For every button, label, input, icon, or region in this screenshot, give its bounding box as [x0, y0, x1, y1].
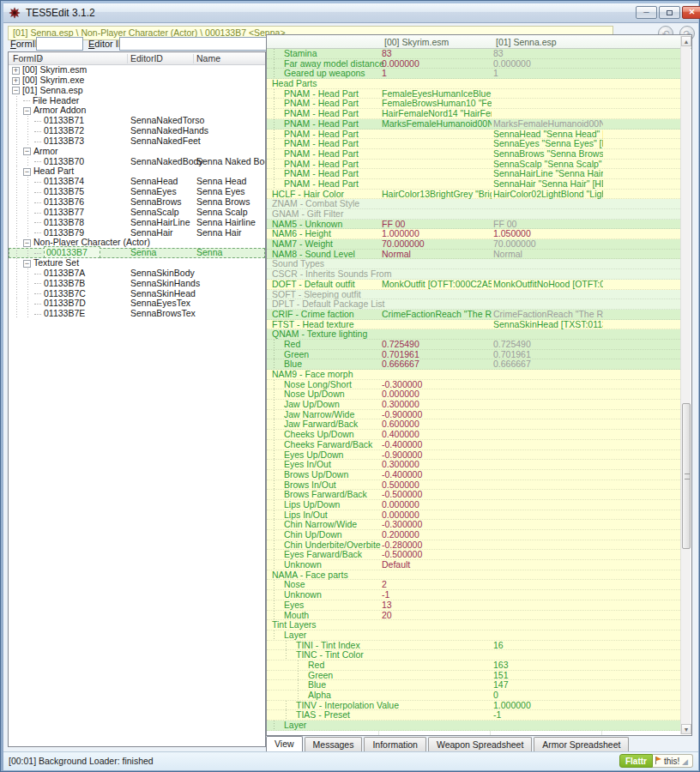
minimize-button[interactable]: ─ [636, 6, 657, 19]
tree-row[interactable]: 01133B7ESennaBrowsTex [9, 309, 265, 319]
view-value-skyrim[interactable]: -0.280000 [382, 540, 492, 551]
view-row[interactable]: PNAM - Head PartSennaHair "Senna Hair" [… [267, 179, 682, 190]
view-row[interactable]: Eyes13 [267, 600, 682, 611]
view-value-senna[interactable]: 0.000000 [493, 59, 603, 69]
view-value-senna[interactable]: SennaEyes "Senna Eyes" [HDPT:0... [493, 139, 603, 149]
view-value-senna[interactable]: SennaSkinHead [TXST:01133B7C] [493, 320, 603, 330]
view-value-skyrim[interactable]: 0.725490 [382, 340, 492, 350]
view-value-senna[interactable]: 147 [493, 680, 603, 691]
view-row[interactable]: Lips Up/Down0.000000 [267, 500, 682, 510]
view-value-senna[interactable]: 151 [493, 671, 603, 681]
view-value-senna[interactable]: CrimeFactionReach "The Reach" [... [493, 310, 603, 320]
view-row[interactable]: Red0.7254900.725490 [267, 340, 682, 350]
view-value-senna[interactable]: 0.666667 [493, 359, 603, 370]
view-row[interactable]: NAMA - Face parts [267, 570, 682, 581]
scroll-up-icon[interactable]: ▲ [681, 36, 691, 46]
view-row[interactable]: Tint Layers [267, 620, 682, 630]
view-value-skyrim[interactable]: Normal [382, 250, 492, 260]
view-row[interactable]: NAM8 - Sound LevelNormalNormal [267, 250, 682, 260]
view-value-senna[interactable]: 1.000000 [493, 701, 603, 711]
view-value-senna[interactable]: SennaHairLine "Senna Hairline" [... [493, 169, 603, 179]
view-row[interactable]: Alpha0 [267, 691, 682, 701]
formid-input[interactable] [36, 37, 83, 51]
view-value-senna[interactable]: SennaScalp "Senna Scalp" [HDPT:... [493, 160, 603, 170]
view-value-skyrim[interactable]: -1 [382, 590, 492, 600]
maximize-button[interactable] [659, 6, 680, 19]
view-value-skyrim[interactable]: 0.400000 [382, 430, 492, 440]
view-value-skyrim[interactable]: 70.000000 [382, 239, 492, 250]
view-value-skyrim[interactable]: 1 [382, 69, 492, 79]
expand-icon[interactable]: + [12, 67, 20, 75]
collapse-icon[interactable]: − [23, 260, 31, 268]
view-value-senna[interactable]: MarksFemaleHumanoid00NoGas... [493, 119, 603, 130]
view-row[interactable]: TINC - Tint Color [267, 650, 682, 660]
scrollbar-thumb[interactable] [682, 403, 691, 549]
view-row[interactable]: Eyes Farward/Back-0.500000 [267, 550, 682, 560]
view-value-skyrim[interactable]: HairColor13BrightGrey "Bright Gr... [382, 190, 492, 200]
view-value-skyrim[interactable]: Default [382, 560, 492, 570]
view-row[interactable]: QNAM - Texture lighting [267, 329, 682, 340]
view-value-skyrim[interactable]: HairFemaleNord14 "HairFemaleN... [382, 109, 492, 119]
view-row[interactable]: Green151 [267, 671, 682, 681]
view-value-senna[interactable]: 1 [493, 69, 603, 79]
view-row[interactable]: Red163 [267, 660, 682, 671]
view-value-skyrim[interactable]: 0.300000 [382, 460, 492, 470]
view-row[interactable]: UnknownDefault [267, 560, 682, 570]
collapse-icon[interactable]: − [23, 107, 31, 115]
view-value-senna[interactable]: 70.000000 [493, 239, 603, 250]
view-value-senna[interactable]: -1 [493, 710, 603, 721]
view-value-skyrim[interactable]: 83 [382, 49, 492, 59]
tab-messages[interactable]: Messages [305, 737, 363, 751]
view-value-skyrim[interactable]: 0.000000 [382, 59, 492, 69]
view-column-senna[interactable]: [01] Senna.esp [496, 37, 557, 47]
tab-weapon-spreadsheet[interactable]: Weapon Spreadsheet [428, 737, 532, 751]
view-row[interactable]: NAM7 - Weight70.00000070.000000 [267, 239, 682, 250]
view-row[interactable]: GNAM - Gift Filter [267, 209, 682, 220]
view-value-skyrim[interactable]: FemaleEyesHumanIceBlue "Fema... [382, 89, 492, 100]
view-row[interactable]: Geared up weapons11 [267, 69, 682, 79]
view-value-skyrim[interactable]: 0.000000 [382, 389, 492, 400]
view-row[interactable]: Head Parts [267, 79, 682, 89]
view-row[interactable]: Chin Up/Down0.200000 [267, 530, 682, 540]
view-row[interactable]: Stamina8383 [267, 49, 682, 59]
view-row[interactable]: Brows Up/Down-0.400000 [267, 470, 682, 480]
view-value-skyrim[interactable]: CrimeFactionReach "The Reach" [... [382, 310, 492, 320]
tab-view[interactable]: View [266, 736, 303, 751]
collapse-icon[interactable]: − [12, 87, 20, 94]
view-value-senna[interactable]: 1.050000 [493, 229, 603, 239]
view-value-skyrim[interactable]: MarksFemaleHumanoid00NoGas... [382, 119, 492, 130]
view-value-skyrim[interactable]: -0.300000 [382, 380, 492, 390]
view-row[interactable]: Unknown-1 [267, 590, 682, 600]
view-value-senna[interactable]: 0.701961 [493, 350, 603, 360]
view-row[interactable]: Layer [267, 721, 682, 731]
collapse-icon[interactable]: − [23, 148, 31, 155]
view-row[interactable]: Nose2 [267, 580, 682, 590]
view-row[interactable]: Mouth20 [267, 611, 682, 621]
view-value-skyrim[interactable]: -0.500000 [382, 490, 492, 500]
view-value-senna[interactable]: SennaHair "Senna Hair" [HDPT:01... [493, 179, 603, 190]
view-value-senna[interactable]: 16 [493, 641, 603, 651]
view-value-skyrim[interactable]: 0.300000 [382, 400, 492, 410]
tab-information[interactable]: Information [364, 737, 426, 751]
view-row[interactable]: Jaw Up/Down0.300000 [267, 400, 682, 410]
view-value-skyrim[interactable]: -0.900000 [382, 450, 492, 461]
view-value-senna[interactable]: MonkOutfitNoHood [OTFT:000C... [493, 280, 603, 290]
view-value-senna[interactable]: 0.725490 [493, 340, 603, 350]
view-row[interactable]: NAM9 - Face morph [267, 370, 682, 380]
flattr-button[interactable]: Flattrthis! ◢ [619, 754, 693, 769]
view-value-skyrim[interactable]: FemaleBrowsHuman10 "FemaleB... [382, 99, 492, 109]
view-value-skyrim[interactable]: 1.000000 [382, 229, 492, 239]
view-row[interactable]: PNAM - Head PartMarksFemaleHumanoid00NoG… [267, 119, 682, 130]
collapse-icon[interactable]: − [23, 168, 31, 176]
view-value-skyrim[interactable]: 2 [382, 580, 492, 590]
view-value-senna[interactable]: FF 00 [493, 220, 603, 230]
view-value-skyrim[interactable]: 0.000000 [382, 510, 492, 521]
view-value-skyrim[interactable]: -0.300000 [382, 520, 492, 530]
view-row[interactable]: DOFT - Default outfitMonkOutfit [OTFT:00… [267, 280, 682, 290]
expand-icon[interactable]: + [12, 77, 20, 85]
view-value-skyrim[interactable]: 0.666667 [382, 359, 492, 370]
view-column-skyrim[interactable]: [00] Skyrim.esm [384, 37, 449, 47]
view-value-skyrim[interactable]: 13 [382, 600, 492, 611]
tree-header-editorid[interactable]: EditorID [130, 53, 163, 63]
view-value-senna[interactable]: 0 [493, 691, 603, 701]
